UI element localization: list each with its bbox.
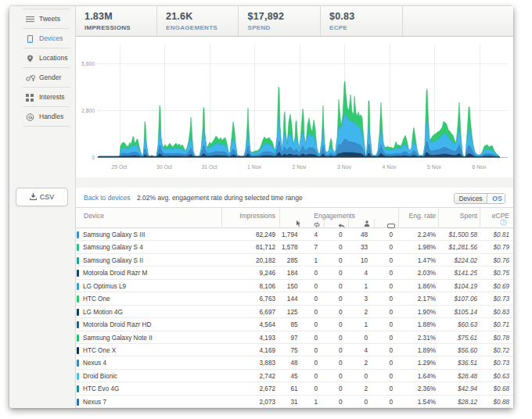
svg-text:?: ? [502,220,505,225]
